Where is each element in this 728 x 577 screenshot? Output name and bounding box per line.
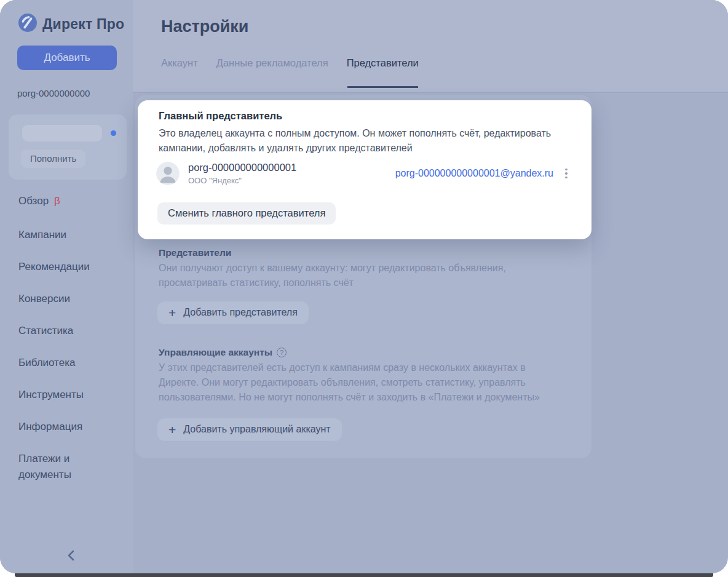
add-representative-label: Добавить представителя (183, 307, 298, 318)
app-logo-text: Директ Про (42, 16, 124, 33)
sidebar-item-recommendations[interactable]: Рекомендации (18, 259, 117, 275)
direct-pro-logo-icon (18, 14, 37, 34)
collapse-sidebar-button[interactable] (63, 547, 79, 563)
app-logo[interactable]: Директ Про (18, 14, 124, 34)
change-main-representative-button[interactable]: Сменить главного представителя (157, 202, 336, 225)
tabs: Аккаунт Данные рекламодателя Представите… (161, 57, 419, 69)
tab-account[interactable]: Аккаунт (161, 57, 198, 69)
add-button[interactable]: Добавить (17, 46, 117, 70)
topup-button[interactable]: Пополнить (21, 149, 85, 168)
add-representative-button[interactable]: + Добавить представителя (157, 301, 309, 324)
add-managing-account-label: Добавить управляющий аккаунт (183, 424, 330, 435)
wallet-card: Пополнить (9, 114, 127, 180)
plus-icon: + (168, 308, 176, 318)
add-managing-account-button[interactable]: + Добавить управляющий аккаунт (157, 418, 342, 441)
user-login: porg-000000000000001 (188, 162, 296, 173)
user-email-link[interactable]: porg-000000000000001@yandex.ru (395, 168, 553, 179)
help-icon[interactable]: ? (277, 348, 287, 357)
main-representative-card: Главный представитель Это владелец аккау… (138, 100, 592, 239)
managing-accounts-section-description: У этих представителей есть доступ к камп… (159, 360, 557, 405)
tab-advertiser-data[interactable]: Данные рекламодателя (216, 57, 328, 69)
managing-accounts-section-title: Управляющие аккаунты ? (159, 347, 287, 358)
screen: Директ Про Добавить porg-0000000000 Попо… (0, 0, 728, 577)
sidebar-item-tools[interactable]: Инструменты (18, 387, 117, 403)
account-id: porg-0000000000 (17, 88, 90, 98)
app-window: Директ Про Добавить porg-0000000000 Попо… (0, 0, 728, 573)
sidebar-item-library[interactable]: Библиотека (18, 355, 117, 371)
managing-accounts-title-text: Управляющие аккаунты (159, 347, 272, 358)
notification-dot (111, 130, 116, 136)
main-representative-row: porg-000000000000001 ООО "Яндекс" porg-0… (156, 162, 569, 185)
sidebar-item-overview[interactable]: Обзорβ (18, 193, 117, 209)
card-description: Это владелец аккаунта с полным доступом.… (159, 126, 583, 156)
representatives-section-description: Они получают доступ к вашему аккаунту: м… (159, 261, 540, 290)
sidebar-item-statistics[interactable]: Статистика (18, 323, 117, 339)
avatar (156, 162, 180, 185)
plus-icon: + (168, 424, 176, 435)
sidebar-item-campaigns[interactable]: Кампании (18, 227, 117, 243)
representatives-section-title: Представители (159, 247, 231, 258)
sidebar-item-information[interactable]: Информация (18, 419, 117, 435)
card-title: Главный представитель (159, 110, 282, 122)
user-meta: porg-000000000000001 ООО "Яндекс" (188, 162, 296, 185)
tab-representatives[interactable]: Представители (347, 57, 419, 69)
user-company: ООО "Яндекс" (188, 176, 296, 185)
sidebar: Директ Про Добавить porg-0000000000 Попо… (0, 0, 133, 573)
chevron-left-icon (63, 547, 79, 563)
header: Настройки Аккаунт Данные рекламодателя П… (133, 0, 728, 93)
kebab-menu-icon[interactable] (563, 167, 569, 180)
balance-skeleton (22, 125, 102, 141)
beta-badge: β (54, 195, 60, 207)
sidebar-item-payments-documents[interactable]: Платежи и документы (18, 451, 117, 483)
sidebar-item-conversions[interactable]: Конверсии (18, 291, 117, 307)
page-title: Настройки (161, 17, 248, 36)
sidebar-item-label: Обзор (18, 195, 49, 207)
sidebar-menu: Обзорβ Кампании Рекомендации Конверсии С… (18, 193, 117, 499)
